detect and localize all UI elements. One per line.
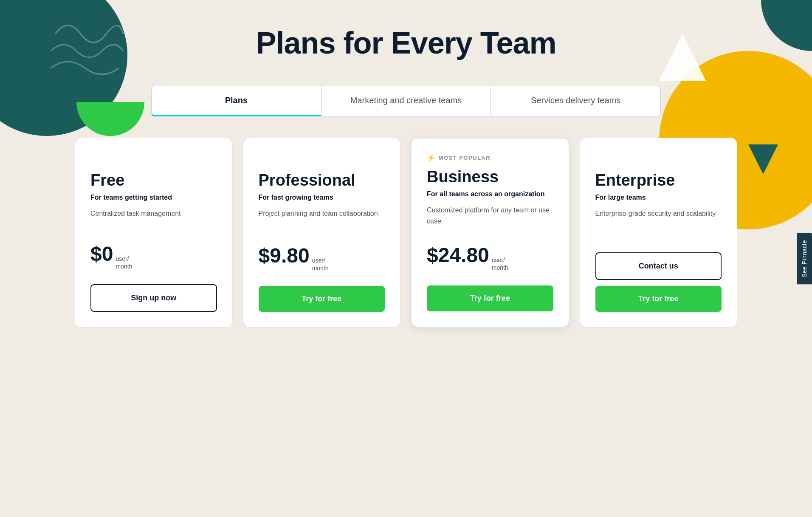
plan-tagline-professional: For fast growing teams <box>259 194 385 201</box>
price-amount-professional: $9.80 <box>259 244 310 267</box>
plan-name-enterprise: Enterprise <box>595 171 722 189</box>
plan-card-business: ⚡ MOST POPULAR Business For all teams ac… <box>411 138 570 328</box>
plan-card-free: Free For teams getting started Centraliz… <box>75 138 233 328</box>
tabs-container: Plans Marketing and creative teams Servi… <box>151 86 661 116</box>
page-title: Plans for Every Team <box>256 25 556 60</box>
tab-plans[interactable]: Plans <box>151 86 321 116</box>
plan-description-enterprise: Enterprise-grade security and scalabilit… <box>595 208 722 227</box>
main-content: Plans for Every Team Plans Marketing and… <box>0 0 812 328</box>
tab-marketing[interactable]: Marketing and creative teams <box>321 86 491 116</box>
plan-tagline-enterprise: For large teams <box>595 194 722 201</box>
plan-description-free: Centralized task management <box>90 208 217 225</box>
plan-tagline-free: For teams getting started <box>90 194 217 201</box>
plan-price-free: $0 user/month <box>90 242 217 270</box>
plans-grid: Free For teams getting started Centraliz… <box>66 138 746 328</box>
contact-us-button-enterprise[interactable]: Contact us <box>595 252 722 280</box>
price-spacer-enterprise <box>595 244 722 252</box>
plan-card-professional: Professional For fast growing teams Proj… <box>243 138 401 328</box>
signup-button-free[interactable]: Sign up now <box>90 284 217 312</box>
price-period-free: user/month <box>116 255 132 270</box>
badge-placeholder-professional <box>259 153 385 165</box>
plan-name-free: Free <box>90 171 217 189</box>
page-wrapper: See Pinnacle Plans for Every Team Plans … <box>0 0 812 517</box>
badge-placeholder-free <box>90 153 217 165</box>
try-free-button-enterprise[interactable]: Try for free <box>595 286 722 312</box>
lightning-icon: ⚡ <box>427 154 436 162</box>
cta-button-business[interactable]: Try for free <box>427 285 553 311</box>
plan-price-business: $24.80 user/month <box>427 243 553 271</box>
most-popular-label: MOST POPULAR <box>439 155 491 161</box>
side-tab-label: See Pinnacle <box>801 240 808 277</box>
price-period-professional: user/month <box>312 257 329 272</box>
price-amount-business: $24.80 <box>427 243 489 267</box>
plan-name-professional: Professional <box>259 171 385 189</box>
side-tab[interactable]: See Pinnacle <box>797 233 812 284</box>
plan-card-enterprise: Enterprise For large teams Enterprise-gr… <box>580 138 738 328</box>
plan-tagline-business: For all teams across an organization <box>427 190 553 198</box>
price-amount-free: $0 <box>90 242 113 266</box>
most-popular-badge: ⚡ MOST POPULAR <box>427 154 553 162</box>
plan-price-professional: $9.80 user/month <box>259 244 385 272</box>
price-period-business: user/month <box>492 256 508 271</box>
plan-description-business: Customized platform for any team or use … <box>427 205 553 226</box>
plan-description-professional: Project planning and team collaboration <box>259 208 385 227</box>
cta-button-professional[interactable]: Try for free <box>259 286 385 312</box>
plan-name-business: Business <box>427 168 553 186</box>
badge-placeholder-enterprise <box>595 153 722 165</box>
tab-services[interactable]: Services delivery teams <box>491 86 661 116</box>
